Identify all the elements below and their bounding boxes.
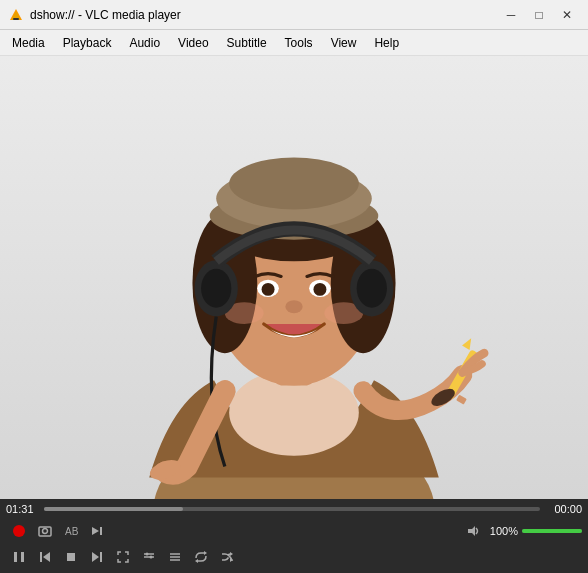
svg-point-14 — [229, 158, 359, 210]
svg-marker-44 — [92, 552, 99, 562]
maximize-button[interactable]: □ — [526, 5, 552, 25]
svg-point-48 — [150, 556, 153, 559]
menu-video[interactable]: Video — [170, 33, 216, 53]
title-left: dshow:// - VLC media player — [8, 7, 181, 23]
menu-audio[interactable]: Audio — [121, 33, 168, 53]
minimize-button[interactable]: ─ — [498, 5, 524, 25]
volume-pct: 100% — [490, 525, 518, 537]
svg-marker-35 — [92, 527, 99, 535]
svg-point-33 — [43, 529, 48, 534]
svg-marker-41 — [43, 552, 50, 562]
close-button[interactable]: ✕ — [554, 5, 580, 25]
playlist-btn[interactable] — [162, 545, 188, 569]
svg-rect-39 — [21, 552, 24, 562]
next-btn[interactable] — [84, 545, 110, 569]
svg-rect-2 — [13, 18, 19, 20]
svg-point-31 — [13, 525, 25, 537]
svg-rect-42 — [67, 553, 75, 561]
svg-rect-43 — [100, 552, 102, 562]
menu-bar: Media Playback Audio Video Subtitle Tool… — [0, 30, 588, 56]
portrait-svg — [0, 56, 588, 499]
menu-subtitle[interactable]: Subtitle — [219, 33, 275, 53]
volume-btn[interactable] — [460, 519, 486, 543]
menu-help[interactable]: Help — [366, 33, 407, 53]
svg-marker-37 — [468, 526, 475, 536]
vlc-icon — [8, 7, 24, 23]
title-bar: dshow:// - VLC media player ─ □ ✕ — [0, 0, 588, 30]
loop-btn[interactable] — [188, 545, 214, 569]
snapshot-btn[interactable] — [32, 519, 58, 543]
svg-marker-55 — [230, 552, 233, 556]
svg-point-18 — [313, 283, 326, 296]
menu-tools[interactable]: Tools — [277, 33, 321, 53]
title-controls: ─ □ ✕ — [498, 5, 580, 25]
record-btn[interactable] — [6, 519, 32, 543]
svg-point-25 — [357, 269, 387, 308]
loop-ab-btn[interactable]: AB — [58, 519, 84, 543]
volume-fill — [522, 529, 582, 533]
menu-media[interactable]: Media — [4, 33, 53, 53]
progress-fill — [44, 507, 183, 511]
volume-bar[interactable] — [522, 529, 582, 533]
svg-rect-38 — [14, 552, 17, 562]
fullscreen-btn[interactable] — [110, 545, 136, 569]
extended-btn[interactable] — [136, 545, 162, 569]
svg-point-47 — [146, 553, 149, 556]
controls-area: 01:31 00:00 AB 100% — [0, 499, 588, 573]
svg-text:AB: AB — [65, 526, 78, 537]
svg-point-23 — [201, 269, 231, 308]
prev-btn[interactable] — [32, 545, 58, 569]
random-btn[interactable] — [214, 545, 240, 569]
svg-marker-52 — [204, 551, 207, 555]
progress-bar[interactable] — [44, 507, 540, 511]
menu-playback[interactable]: Playback — [55, 33, 120, 53]
svg-rect-40 — [40, 552, 42, 562]
play-pause-btn[interactable] — [6, 545, 32, 569]
svg-marker-53 — [195, 559, 198, 563]
frame-next-btn[interactable] — [84, 519, 110, 543]
stop-btn[interactable] — [58, 545, 84, 569]
btn-row2 — [6, 545, 582, 569]
menu-view[interactable]: View — [323, 33, 365, 53]
svg-point-17 — [262, 283, 275, 296]
video-area — [0, 56, 588, 499]
time-total: 00:00 — [546, 503, 582, 515]
volume-area: 100% — [460, 519, 582, 543]
video-content — [0, 56, 588, 499]
title-text: dshow:// - VLC media player — [30, 8, 181, 22]
btn-row1: AB 100% — [6, 519, 582, 543]
time-current: 01:31 — [6, 503, 38, 515]
svg-rect-36 — [100, 527, 102, 535]
svg-point-19 — [285, 300, 302, 313]
progress-row: 01:31 00:00 — [6, 503, 582, 515]
